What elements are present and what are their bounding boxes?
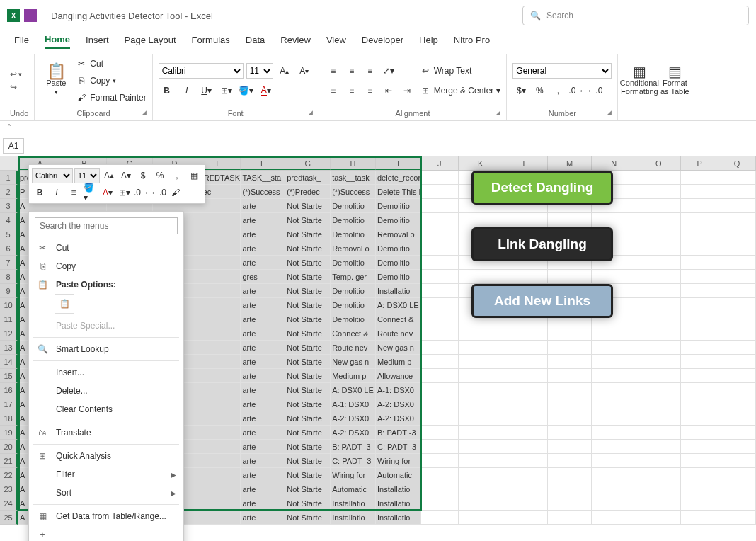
cell[interactable] [503,270,548,284]
mini-increase-font[interactable]: A▴ [101,168,117,183]
cut-button[interactable]: ✂Cut [76,56,146,72]
orientation-button[interactable]: ⤢▾ [380,63,397,79]
mini-bold[interactable]: B [32,185,47,200]
cell[interactable] [459,454,503,468]
mini-dec-dec[interactable]: ←.0 [151,185,166,200]
cell[interactable] [592,440,636,454]
cell[interactable] [459,482,503,496]
cell[interactable] [636,411,681,426]
col-header-P[interactable]: P [681,156,718,170]
ctx-translate[interactable]: 🗛Translate [29,423,183,442]
cell[interactable] [548,426,592,440]
alignment-launcher[interactable]: ◢ [496,109,500,116]
cell[interactable] [592,454,636,468]
cell[interactable]: Not Starte [285,213,331,227]
cell[interactable] [503,468,548,482]
font-size-combo[interactable]: 11 [246,63,273,79]
currency-button[interactable]: $▾ [512,83,529,98]
cell[interactable] [636,185,681,199]
row-header-9[interactable]: 9 [0,284,18,298]
row-header-12[interactable]: 12 [0,326,18,341]
cell[interactable] [592,213,636,227]
cell[interactable] [197,511,241,525]
cell[interactable] [718,411,756,426]
cell[interactable] [592,496,636,511]
cell[interactable] [718,270,756,284]
cell[interactable]: arte [241,256,285,270]
cell[interactable] [718,256,756,270]
cell[interactable] [718,440,756,454]
cell[interactable] [636,355,681,369]
number-format-combo[interactable]: General [512,63,612,79]
cell[interactable]: A: DSX0 LE [376,298,421,312]
cell[interactable] [197,326,241,341]
row-header-2[interactable]: 2 [0,185,18,199]
cell[interactable] [197,482,241,496]
ctx-delete[interactable]: Delete... [29,382,183,400]
align-top-button[interactable]: ≡ [325,63,342,79]
cell[interactable]: A: DSX0 LE [331,383,376,397]
row-header-4[interactable]: 4 [0,213,18,227]
cell[interactable] [592,426,636,440]
cell[interactable]: Allowance [376,369,421,383]
cell[interactable] [681,270,718,284]
cell[interactable]: Demolitio [376,270,421,284]
increase-decimal-button[interactable]: .0→ [568,83,585,98]
cell[interactable] [636,482,681,496]
cell[interactable] [503,355,548,369]
cell[interactable] [503,326,548,341]
cell[interactable]: Removal o [376,227,421,241]
name-box[interactable]: A1 [3,138,24,154]
cell[interactable] [197,468,241,482]
cell[interactable]: Demolitio [376,199,421,213]
cell[interactable] [681,312,718,326]
cell[interactable]: Installatio [376,284,421,298]
cell[interactable] [718,383,756,397]
cell[interactable]: Medium p [376,355,421,369]
cell[interactable]: gres [241,270,285,284]
cell[interactable] [503,454,548,468]
cell[interactable] [503,426,548,440]
row-header-6[interactable]: 6 [0,241,18,256]
ctx-smart-lookup[interactable]: 🔍Smart Lookup [29,340,183,358]
cell[interactable] [681,284,718,298]
cell[interactable] [421,213,459,227]
cell[interactable] [459,411,503,426]
cell[interactable]: Not Starte [285,511,331,525]
cell[interactable] [636,454,681,468]
cell[interactable] [421,227,459,241]
ctx-filter[interactable]: Filter▶ [29,465,183,484]
row-header-5[interactable]: 5 [0,227,18,241]
mini-italic[interactable]: I [49,185,64,200]
cell[interactable] [548,468,592,482]
paste-button[interactable]: 📋 Paste ▾ [40,57,71,104]
cell[interactable]: Not Starte [285,312,331,326]
cell[interactable]: arte [241,411,285,426]
cell[interactable] [636,468,681,482]
cell[interactable]: Not Starte [285,411,331,426]
cell[interactable] [197,355,241,369]
cell[interactable] [548,341,592,355]
cell[interactable]: Demolitio [331,312,376,326]
cell[interactable] [197,256,241,270]
mini-painter[interactable]: 🖌 [168,185,183,200]
cell[interactable]: Connect & [376,312,421,326]
fill-color-button[interactable]: 🪣▾ [238,83,255,98]
cell[interactable] [459,355,503,369]
cell[interactable] [718,397,756,411]
tab-review[interactable]: Review [280,35,311,48]
ctx-insert[interactable]: Insert... [29,363,183,382]
cell[interactable]: arte [241,496,285,511]
cell[interactable]: A-2: DSX0 [376,411,421,426]
cell[interactable] [197,341,241,355]
increase-font-button[interactable]: A▴ [276,63,293,79]
cell[interactable] [718,341,756,355]
cell[interactable]: arte [241,355,285,369]
cell[interactable] [421,482,459,496]
cell[interactable] [421,468,459,482]
cell[interactable]: New gas n [331,355,376,369]
cell[interactable]: Not Starte [285,482,331,496]
col-header-I[interactable]: I [376,156,421,170]
cell[interactable] [197,411,241,426]
col-header-N[interactable]: N [592,156,636,170]
